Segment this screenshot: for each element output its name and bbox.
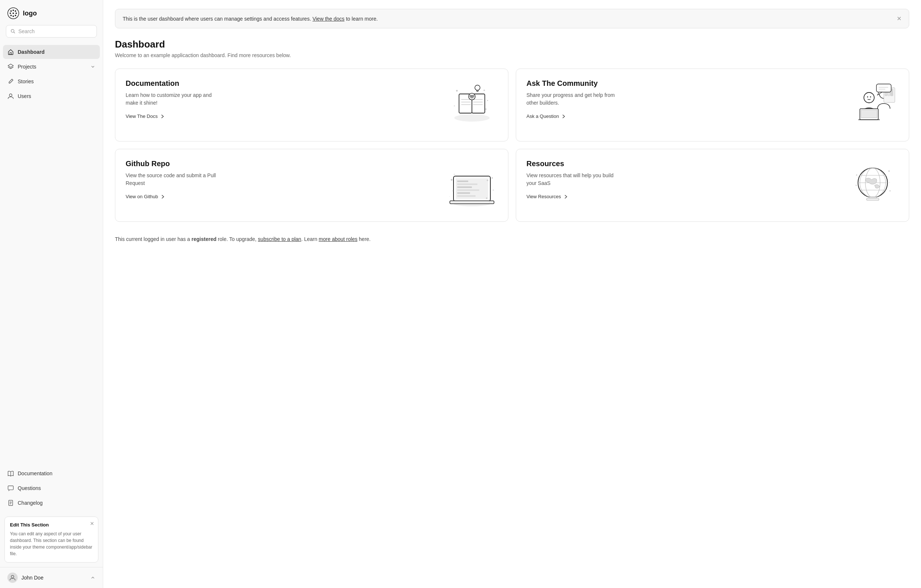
- layers-icon: [7, 64, 14, 70]
- card-github: Github Repo View the source code and sub…: [115, 149, 508, 222]
- svg-point-57: [870, 96, 871, 98]
- svg-rect-71: [450, 201, 494, 204]
- svg-point-72: [451, 179, 453, 181]
- view-resources-link[interactable]: View Resources: [526, 194, 568, 199]
- card-title: Ask The Community: [526, 79, 847, 88]
- svg-point-3: [13, 15, 14, 17]
- svg-point-1: [13, 13, 14, 14]
- card-desc: Share your progress and get help from ot…: [526, 91, 622, 107]
- svg-point-52: [864, 93, 874, 103]
- search-input[interactable]: [18, 28, 92, 34]
- svg-text:✦: ✦: [487, 99, 488, 102]
- card-title: Github Repo: [125, 160, 446, 168]
- svg-point-78: [486, 197, 487, 199]
- svg-text:+: +: [454, 104, 456, 108]
- card-resources: Resources View resources that will help …: [516, 149, 909, 222]
- sidebar-item-dashboard[interactable]: Dashboard: [3, 45, 100, 59]
- sidebar-item-users[interactable]: Users: [3, 89, 100, 103]
- edit-section-text: You can edit any aspect of your user das…: [10, 531, 93, 557]
- user-icon: [7, 93, 14, 99]
- svg-point-56: [867, 96, 868, 98]
- svg-point-73: [491, 177, 493, 179]
- svg-point-2: [13, 10, 14, 11]
- card-illustration-globe: ✦ + ✦: [847, 160, 898, 211]
- card-desc: View resources that will help you build …: [526, 172, 622, 187]
- sidebar-item-changelog[interactable]: Changelog: [3, 496, 100, 510]
- page-title: Dashboard: [115, 39, 909, 50]
- svg-point-92: [856, 184, 857, 186]
- edit-section-close-button[interactable]: ✕: [90, 521, 94, 526]
- svg-text:✦: ✦: [456, 89, 458, 93]
- svg-point-80: [489, 202, 490, 203]
- svg-text:·: ·: [449, 194, 450, 198]
- sidebar-item-label: Dashboard: [18, 49, 45, 55]
- view-github-link[interactable]: View on Github: [125, 194, 165, 199]
- user-menu[interactable]: John Doe: [0, 567, 103, 588]
- chevron-up-icon: [90, 575, 95, 580]
- svg-text:×: ×: [485, 107, 487, 111]
- view-docs-link[interactable]: View The Docs: [125, 114, 165, 119]
- svg-marker-13: [8, 64, 13, 67]
- card-title: Resources: [526, 160, 847, 168]
- avatar: [7, 573, 18, 583]
- bottom-nav: Documentation Questions Changelog: [0, 465, 103, 512]
- subscribe-link[interactable]: subscribe to a plan: [258, 236, 301, 242]
- roles-link[interactable]: more about roles: [319, 236, 357, 242]
- sidebar-item-label: Users: [18, 93, 31, 99]
- card-documentation: Documentation Learn how to customize you…: [115, 68, 508, 142]
- svg-point-75: [493, 189, 494, 191]
- svg-rect-88: [866, 198, 879, 200]
- svg-point-38: [475, 85, 480, 90]
- svg-point-4: [10, 13, 11, 14]
- user-name: John Doe: [21, 575, 86, 581]
- svg-text:✦: ✦: [486, 178, 489, 182]
- arrow-right-icon: [160, 114, 165, 119]
- search-icon: [11, 29, 15, 34]
- chevron-down-icon: [90, 64, 95, 69]
- message-square-icon: [7, 485, 14, 492]
- svg-text:✦: ✦: [483, 89, 485, 92]
- book-open-icon: [7, 470, 14, 477]
- sidebar-item-label: Questions: [18, 485, 41, 491]
- svg-point-7: [15, 15, 16, 16]
- card-desc: Learn how to customize your app and make…: [125, 91, 221, 107]
- ask-question-link[interactable]: Ask a Question: [526, 114, 566, 119]
- svg-rect-58: [876, 84, 891, 92]
- svg-point-33: [470, 96, 471, 96]
- svg-text:✦: ✦: [856, 174, 858, 177]
- logo-icon: [7, 7, 19, 19]
- logo-text: logo: [23, 10, 37, 17]
- sidebar-item-documentation[interactable]: Documentation: [3, 466, 100, 480]
- svg-point-14: [9, 94, 12, 96]
- sidebar-item-questions[interactable]: Questions: [3, 481, 100, 495]
- cards-grid: Documentation Learn how to customize you…: [115, 68, 909, 222]
- sidebar: logo Dashboard Projects: [0, 0, 103, 588]
- edit-section-title: Edit This Section: [10, 522, 93, 528]
- svg-point-8: [15, 10, 16, 12]
- svg-rect-69: [457, 192, 470, 194]
- home-icon: [7, 49, 14, 55]
- card-illustration-laptop: ✦ ·: [446, 160, 498, 211]
- user-avatar-icon: [9, 574, 16, 581]
- sidebar-item-projects[interactable]: Projects: [3, 60, 100, 74]
- svg-rect-65: [457, 181, 468, 182]
- card-illustration-community: [847, 79, 898, 131]
- svg-point-6: [10, 10, 12, 12]
- sidebar-item-label: Projects: [18, 64, 36, 70]
- arrow-right-icon: [160, 194, 165, 199]
- arrow-right-icon: [563, 194, 568, 199]
- card-community: Ask The Community Share your progress an…: [516, 68, 909, 142]
- search-container[interactable]: [6, 25, 97, 37]
- svg-rect-67: [457, 186, 472, 188]
- footer-note: This current logged in user has a regist…: [115, 235, 909, 243]
- sidebar-item-label: Documentation: [18, 471, 52, 476]
- svg-point-34: [473, 96, 474, 96]
- sidebar-item-stories[interactable]: Stories: [3, 75, 100, 88]
- svg-point-79: [454, 174, 455, 175]
- pencil-icon: [7, 78, 14, 85]
- banner-docs-link[interactable]: View the docs: [312, 16, 345, 22]
- banner-close-button[interactable]: ✕: [897, 15, 901, 22]
- card-illustration-book: ✦ ✦ ✦ + ×: [446, 79, 498, 131]
- svg-point-74: [452, 191, 454, 192]
- banner-text: This is the user dashboard where users c…: [123, 16, 378, 22]
